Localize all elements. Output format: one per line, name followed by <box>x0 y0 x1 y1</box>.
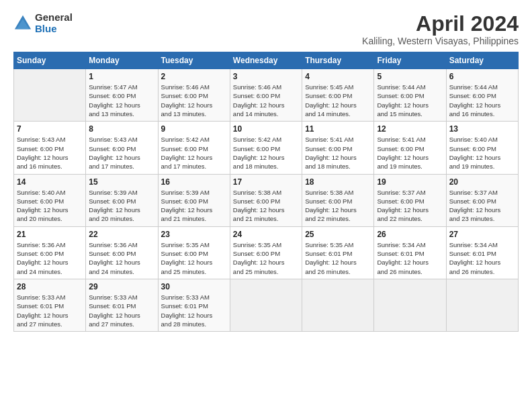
day-number: 13 <box>449 124 515 134</box>
calendar-subtitle: Kaliling, Western Visayas, Philippines <box>362 36 519 46</box>
day-number: 9 <box>161 124 227 134</box>
header-thursday: Thursday <box>302 52 374 69</box>
day-number: 6 <box>449 72 515 81</box>
calendar-week-1: 1Sunrise: 5:47 AMSunset: 6:00 PMDaylight… <box>14 69 519 122</box>
day-info: Sunrise: 5:34 AMSunset: 6:01 PMDaylight:… <box>377 240 443 276</box>
day-number: 10 <box>233 124 299 134</box>
day-number: 17 <box>233 177 299 187</box>
table-row: 18Sunrise: 5:38 AMSunset: 6:00 PMDayligh… <box>302 174 374 226</box>
day-info: Sunrise: 5:40 AMSunset: 6:00 PMDaylight:… <box>449 135 515 171</box>
day-number: 30 <box>161 282 227 291</box>
day-info: Sunrise: 5:35 AMSunset: 6:01 PMDaylight:… <box>305 240 371 276</box>
day-info: Sunrise: 5:41 AMSunset: 6:00 PMDaylight:… <box>305 135 371 171</box>
day-number: 4 <box>305 72 371 81</box>
table-row <box>446 279 518 331</box>
day-info: Sunrise: 5:33 AMSunset: 6:01 PMDaylight:… <box>89 293 154 328</box>
header-tuesday: Tuesday <box>158 52 230 69</box>
header-friday: Friday <box>374 52 446 69</box>
day-number: 14 <box>17 177 83 187</box>
day-number: 25 <box>305 230 371 239</box>
day-number: 19 <box>377 177 443 187</box>
day-number: 21 <box>17 230 83 239</box>
table-row: 6Sunrise: 5:44 AMSunset: 6:00 PMDaylight… <box>446 69 518 122</box>
day-info: Sunrise: 5:39 AMSunset: 6:00 PMDaylight:… <box>89 188 154 224</box>
logo-text: General Blue <box>35 12 73 34</box>
table-row: 30Sunrise: 5:33 AMSunset: 6:01 PMDayligh… <box>158 279 230 331</box>
day-number: 8 <box>89 124 154 134</box>
title-block: April 2024 Kaliling, Western Visayas, Ph… <box>362 12 519 46</box>
header-saturday: Saturday <box>446 52 518 69</box>
logo-general: General <box>35 12 73 24</box>
day-info: Sunrise: 5:47 AMSunset: 6:00 PMDaylight:… <box>89 83 154 118</box>
day-info: Sunrise: 5:35 AMSunset: 6:00 PMDaylight:… <box>161 240 227 276</box>
logo-icon <box>13 14 32 33</box>
page: General Blue April 2024 Kaliling, Wester… <box>0 0 532 338</box>
calendar-title: April 2024 <box>362 12 519 36</box>
day-number: 29 <box>89 282 154 291</box>
day-info: Sunrise: 5:44 AMSunset: 6:00 PMDaylight:… <box>449 83 515 118</box>
day-info: Sunrise: 5:33 AMSunset: 6:01 PMDaylight:… <box>161 293 227 328</box>
logo-blue: Blue <box>35 24 73 35</box>
table-row: 21Sunrise: 5:36 AMSunset: 6:00 PMDayligh… <box>14 226 86 279</box>
day-number: 27 <box>449 230 515 239</box>
table-row: 9Sunrise: 5:42 AMSunset: 6:00 PMDaylight… <box>158 122 230 174</box>
calendar-week-4: 21Sunrise: 5:36 AMSunset: 6:00 PMDayligh… <box>14 226 519 279</box>
day-number: 15 <box>89 177 154 187</box>
day-info: Sunrise: 5:35 AMSunset: 6:00 PMDaylight:… <box>233 240 299 276</box>
table-row: 25Sunrise: 5:35 AMSunset: 6:01 PMDayligh… <box>302 226 374 279</box>
header-wednesday: Wednesday <box>230 52 302 69</box>
table-row <box>374 279 446 331</box>
day-number: 24 <box>233 230 299 239</box>
table-row <box>14 69 86 122</box>
day-info: Sunrise: 5:33 AMSunset: 6:01 PMDaylight:… <box>17 293 83 328</box>
day-number: 2 <box>161 72 227 81</box>
day-info: Sunrise: 5:38 AMSunset: 6:00 PMDaylight:… <box>233 188 299 224</box>
header-sunday: Sunday <box>14 52 86 69</box>
table-row: 15Sunrise: 5:39 AMSunset: 6:00 PMDayligh… <box>86 174 158 226</box>
day-number: 7 <box>17 124 83 134</box>
day-info: Sunrise: 5:38 AMSunset: 6:00 PMDaylight:… <box>305 188 371 224</box>
day-info: Sunrise: 5:45 AMSunset: 6:00 PMDaylight:… <box>305 83 371 118</box>
day-info: Sunrise: 5:43 AMSunset: 6:00 PMDaylight:… <box>17 135 83 171</box>
table-row: 11Sunrise: 5:41 AMSunset: 6:00 PMDayligh… <box>302 122 374 174</box>
header: General Blue April 2024 Kaliling, Wester… <box>13 12 519 46</box>
table-row: 17Sunrise: 5:38 AMSunset: 6:00 PMDayligh… <box>230 174 302 226</box>
table-row: 23Sunrise: 5:35 AMSunset: 6:00 PMDayligh… <box>158 226 230 279</box>
table-row: 28Sunrise: 5:33 AMSunset: 6:01 PMDayligh… <box>14 279 86 331</box>
calendar-week-2: 7Sunrise: 5:43 AMSunset: 6:00 PMDaylight… <box>14 122 519 174</box>
table-row: 1Sunrise: 5:47 AMSunset: 6:00 PMDaylight… <box>86 69 158 122</box>
table-row <box>302 279 374 331</box>
calendar-week-3: 14Sunrise: 5:40 AMSunset: 6:00 PMDayligh… <box>14 174 519 226</box>
table-row: 14Sunrise: 5:40 AMSunset: 6:00 PMDayligh… <box>14 174 86 226</box>
day-number: 12 <box>377 124 443 134</box>
table-row: 4Sunrise: 5:45 AMSunset: 6:00 PMDaylight… <box>302 69 374 122</box>
day-number: 5 <box>377 72 443 81</box>
day-number: 1 <box>89 72 154 81</box>
day-info: Sunrise: 5:46 AMSunset: 6:00 PMDaylight:… <box>161 83 227 118</box>
day-info: Sunrise: 5:37 AMSunset: 6:00 PMDaylight:… <box>449 188 515 224</box>
table-row: 8Sunrise: 5:43 AMSunset: 6:00 PMDaylight… <box>86 122 158 174</box>
calendar-table: Sunday Monday Tuesday Wednesday Thursday… <box>13 52 519 332</box>
day-info: Sunrise: 5:34 AMSunset: 6:01 PMDaylight:… <box>449 240 515 276</box>
day-info: Sunrise: 5:39 AMSunset: 6:00 PMDaylight:… <box>161 188 227 224</box>
day-info: Sunrise: 5:42 AMSunset: 6:00 PMDaylight:… <box>233 135 299 171</box>
day-info: Sunrise: 5:36 AMSunset: 6:00 PMDaylight:… <box>89 240 154 276</box>
day-info: Sunrise: 5:43 AMSunset: 6:00 PMDaylight:… <box>89 135 154 171</box>
table-row: 26Sunrise: 5:34 AMSunset: 6:01 PMDayligh… <box>374 226 446 279</box>
table-row: 16Sunrise: 5:39 AMSunset: 6:00 PMDayligh… <box>158 174 230 226</box>
day-number: 18 <box>305 177 371 187</box>
table-row: 22Sunrise: 5:36 AMSunset: 6:00 PMDayligh… <box>86 226 158 279</box>
day-number: 26 <box>377 230 443 239</box>
day-number: 11 <box>305 124 371 134</box>
day-number: 16 <box>161 177 227 187</box>
day-info: Sunrise: 5:41 AMSunset: 6:00 PMDaylight:… <box>377 135 443 171</box>
header-row: Sunday Monday Tuesday Wednesday Thursday… <box>14 52 519 69</box>
table-row: 5Sunrise: 5:44 AMSunset: 6:00 PMDaylight… <box>374 69 446 122</box>
logo: General Blue <box>13 12 73 34</box>
day-number: 20 <box>449 177 515 187</box>
table-row: 3Sunrise: 5:46 AMSunset: 6:00 PMDaylight… <box>230 69 302 122</box>
table-row: 13Sunrise: 5:40 AMSunset: 6:00 PMDayligh… <box>446 122 518 174</box>
day-info: Sunrise: 5:46 AMSunset: 6:00 PMDaylight:… <box>233 83 299 118</box>
table-row: 10Sunrise: 5:42 AMSunset: 6:00 PMDayligh… <box>230 122 302 174</box>
table-row: 7Sunrise: 5:43 AMSunset: 6:00 PMDaylight… <box>14 122 86 174</box>
